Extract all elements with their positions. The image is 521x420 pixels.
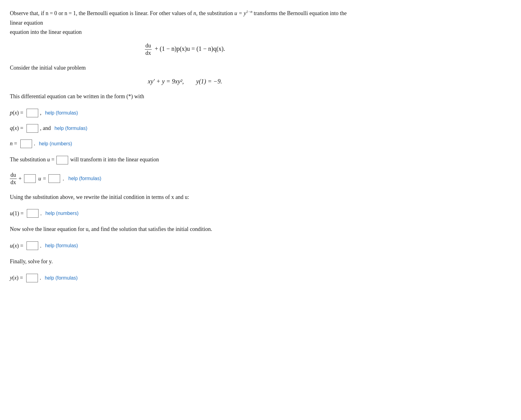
finally-text: Finally, solve for y. xyxy=(10,257,360,266)
ivp-eq: xy′ + y = 9xy², xyxy=(148,78,184,85)
yx-input[interactable] xyxy=(26,274,38,282)
denominator-dx-2: dx xyxy=(10,179,17,186)
form-intro: This differential equation can be writte… xyxy=(10,92,360,101)
denominator-dx: dx xyxy=(145,50,152,56)
yx-label: y(x) = xyxy=(10,275,23,281)
qx-row: q(x) = , and help (formulas) xyxy=(10,124,360,133)
intro-paragraph: Observe that, if n = 0 or n = 1, the Ber… xyxy=(10,9,360,37)
intro-text2: , the Bernoulli equation is linear. For … xyxy=(76,10,193,16)
intro-exponent: 1−n xyxy=(246,10,252,14)
px-label: p(x) = xyxy=(10,110,23,116)
u1-row: u(1) = . help (numbers) xyxy=(10,209,360,218)
intro-n: n xyxy=(193,10,196,16)
ux-period: . xyxy=(40,243,42,249)
subst-eq-sign: = xyxy=(51,156,56,163)
rhs-period: . xyxy=(63,176,64,182)
qx-and: , and xyxy=(40,125,51,131)
n-label: n = xyxy=(10,140,17,147)
fraction-du-dx: du dx xyxy=(145,42,152,56)
u1-period: . xyxy=(40,210,42,217)
numerator-du-2: du xyxy=(10,172,17,179)
ux-input[interactable] xyxy=(27,241,38,250)
coeff-u-input[interactable] xyxy=(24,174,36,183)
ivp-equation: xy′ + y = 9xy², y(1) = −9. xyxy=(10,78,360,85)
u1-input[interactable] xyxy=(27,209,39,218)
u1-label: u(1) = xyxy=(10,210,24,217)
solve-text: Now solve the linear equation for u, and… xyxy=(10,224,360,234)
qx-label: q(x) = xyxy=(10,125,23,131)
linear-equation: du dx + (1 − n)p(x)u = (1 − n)q(x). xyxy=(10,42,360,56)
rhs-input[interactable] xyxy=(48,174,60,183)
ux-help-link[interactable]: help (formulas) xyxy=(45,243,78,248)
subst-text2: will transform it into the linear equati… xyxy=(70,156,159,163)
n-help-link[interactable]: help (numbers) xyxy=(39,141,72,147)
yx-row: y(x) = . help (formulas) xyxy=(10,274,360,282)
ivp-cond: y(1) = −9. xyxy=(196,78,222,85)
linear-eq-rest: + (1 − n)p(x)u = (1 − n)q(x). xyxy=(153,45,225,52)
px-input[interactable] xyxy=(27,109,38,117)
subst-u-label: u xyxy=(47,156,50,163)
u-symbol: u xyxy=(38,176,41,182)
fraction-du-dx-2: du dx xyxy=(10,172,17,186)
n-row: n = . help (numbers) xyxy=(10,139,360,148)
eq-help-link[interactable]: help (formulas) xyxy=(68,176,101,181)
ivp-intro: Consider the initial value problem xyxy=(10,63,360,73)
ux-label: u(x) = xyxy=(10,243,23,249)
equals-sign: = xyxy=(43,176,46,182)
plus-sign: + xyxy=(18,176,22,182)
qx-help-link[interactable]: help (formulas) xyxy=(55,126,88,131)
du-dx-row: du dx + u = . help (formulas) xyxy=(10,172,360,186)
px-help-link[interactable]: help (formulas) xyxy=(45,110,78,116)
subst-u-input[interactable] xyxy=(56,156,68,164)
u1-help-link[interactable]: help (numbers) xyxy=(45,211,79,216)
yx-help-link[interactable]: help (formulas) xyxy=(45,275,78,281)
n-period: . xyxy=(34,140,35,147)
yx-period: . xyxy=(40,275,41,281)
subst-sentence: The substitution u = will transform it i… xyxy=(10,155,360,164)
intro-u-eq: u = y1−n xyxy=(234,10,252,16)
rewrite-text: Using the substitution above, we rewrite… xyxy=(10,192,360,202)
subst-text1: The substitution xyxy=(10,156,47,163)
px-comma: , xyxy=(40,110,42,116)
ux-row: u(x) = . help (formulas) xyxy=(10,241,360,250)
qx-input[interactable] xyxy=(27,124,38,133)
intro-text1: Observe that, if xyxy=(10,10,46,16)
px-row: p(x) = , help (formulas) xyxy=(10,109,360,117)
intro-text3: , the substitution xyxy=(196,10,234,16)
intro-n1: n = 1 xyxy=(64,10,76,16)
intro-n0: n = 0 xyxy=(46,10,57,16)
intro-or: or xyxy=(57,10,64,16)
numerator-du: du xyxy=(145,42,152,50)
n-input[interactable] xyxy=(20,139,32,148)
